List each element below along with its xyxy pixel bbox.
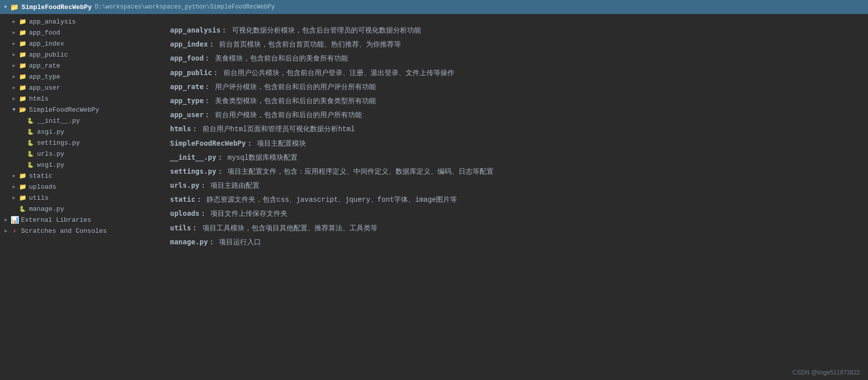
tree-item-init[interactable]: 🐍 __init__.py <box>0 115 155 126</box>
desc-value: 项目运行入口 <box>215 238 261 246</box>
desc-value: 项目主路由配置 <box>206 182 260 190</box>
label-wsgi: wsgi.py <box>37 161 64 169</box>
desc-key: htmls： <box>170 125 198 133</box>
desc-value: 项目主配置模块 <box>253 140 306 148</box>
label-app-public: app_public <box>29 51 68 59</box>
arrow-app-type: ▶ <box>10 74 18 80</box>
desc-value: 项目工具模块，包含项目其他配置、推荐算法、工具类等 <box>198 224 377 232</box>
arrow-app-user: ▶ <box>10 85 18 91</box>
py-icon-asgi: 🐍 <box>26 128 35 136</box>
folder-icon-app-index: 📁 <box>18 40 27 48</box>
tree-item-urls[interactable]: 🐍 urls.py <box>0 148 155 159</box>
tree-item-app-type[interactable]: ▶ 📁 app_type <box>0 71 155 82</box>
desc-key: uploads： <box>170 209 206 217</box>
desc-value: 用户评分模块，包含前台和后台的用户评分所有功能 <box>210 83 376 91</box>
folder-icon-static: 📁 <box>18 172 27 180</box>
tree-item-scratches[interactable]: ▶ ⚡ Scratches and Consoles <box>0 225 155 236</box>
label-app-index: app_index <box>29 40 64 48</box>
tree-item-app-public[interactable]: ▶ 📁 app_public <box>0 49 155 60</box>
folder-icon-app-public: 📁 <box>18 51 27 59</box>
tree-item-uploads[interactable]: ▶ 📁 uploads <box>0 181 155 192</box>
watermark: CSDN @linge511873822 <box>792 369 860 376</box>
description-line: uploads： 项目文件上传保存文件夹 <box>170 207 853 220</box>
label-init: __init__.py <box>37 117 80 125</box>
tree-item-simplefood[interactable]: ▼ 📂 SimpleFoodRecWebPy <box>0 104 155 115</box>
project-path: D:\workspaces\workspaces_python\SimpleFo… <box>94 4 274 11</box>
desc-key: app_rate： <box>170 83 210 91</box>
project-tree: ▶ 📁 app_analysis ▶ 📁 app_food ▶ 📁 app_in… <box>0 14 155 380</box>
tree-item-external-libs[interactable]: ▶ 📊 External Libraries <box>0 214 155 225</box>
tree-item-manage[interactable]: 🐍 manage.py <box>0 203 155 214</box>
project-name: SimpleFoodRecWebPy <box>22 4 92 11</box>
label-scratches: Scratches and Consoles <box>21 227 107 235</box>
folder-icon-simplefood: 📂 <box>18 106 27 114</box>
desc-key: static： <box>170 195 202 203</box>
py-icon-wsgi: 🐍 <box>26 161 35 169</box>
desc-key: app_index： <box>170 40 215 48</box>
tree-item-app-rate[interactable]: ▶ 📁 app_rate <box>0 60 155 71</box>
description-line: SimpleFoodRecWebPy： 项目主配置模块 <box>170 137 853 150</box>
label-app-rate: app_rate <box>29 62 60 70</box>
label-external-libs: External Libraries <box>21 216 91 224</box>
tree-item-settings[interactable]: 🐍 settings.py <box>0 137 155 148</box>
tree-item-static[interactable]: ▶ 📁 static <box>0 170 155 181</box>
tree-item-utils[interactable]: ▶ 📁 utils <box>0 192 155 203</box>
arrow-utils: ▶ <box>10 195 18 201</box>
desc-value: 项目文件上传保存文件夹 <box>206 210 288 218</box>
tree-item-app-user[interactable]: ▶ 📁 app_user <box>0 82 155 93</box>
description-line: app_analysis： 可视化数据分析模块，包含后台管理员的可视化数据分析功… <box>170 24 853 37</box>
py-icon-init: 🐍 <box>26 117 35 125</box>
folder-icon-app-rate: 📁 <box>18 62 27 70</box>
arrow-htmls: ▶ <box>10 96 18 102</box>
tree-item-asgi[interactable]: 🐍 asgi.py <box>0 126 155 137</box>
icon-external-libs: 📊 <box>10 216 19 224</box>
content-panel: app_analysis： 可视化数据分析模块，包含后台管理员的可视化数据分析功… <box>155 14 868 380</box>
folder-icon-app-user: 📁 <box>18 84 27 92</box>
desc-key: SimpleFoodRecWebPy： <box>170 139 253 147</box>
description-line: manage.py： 项目运行入口 <box>170 236 853 249</box>
collapse-arrow[interactable]: ▼ <box>4 5 7 10</box>
arrow-uploads: ▶ <box>10 184 18 190</box>
label-urls: urls.py <box>37 150 64 158</box>
desc-key: app_public： <box>170 69 219 77</box>
desc-value: 项目主配置文件，包含：应用程序定义、中间件定义、数据库定义、编码、日志等配置 <box>224 168 494 176</box>
tree-item-app-analysis[interactable]: ▶ 📁 app_analysis <box>0 16 155 27</box>
label-htmls: htmls <box>29 95 48 103</box>
arrow-app-analysis: ▶ <box>10 19 18 25</box>
tree-item-app-index[interactable]: ▶ 📁 app_index <box>0 38 155 49</box>
arrow-app-rate: ▶ <box>10 63 18 69</box>
desc-value: 前台用户模块，包含前台和后台的用户所有功能 <box>210 111 362 119</box>
description-line: htmls： 前台用户html页面和管理员可视化数据分析html <box>170 123 853 136</box>
desc-key: app_user： <box>170 111 210 119</box>
label-asgi: asgi.py <box>37 128 64 136</box>
arrow-simplefood: ▼ <box>10 107 18 113</box>
arrow-external-libs: ▶ <box>2 217 10 223</box>
arrow-app-food: ▶ <box>10 30 18 36</box>
arrow-app-index: ▶ <box>10 41 18 47</box>
tree-item-wsgi[interactable]: 🐍 wsgi.py <box>0 159 155 170</box>
label-static: static <box>29 172 52 180</box>
label-app-type: app_type <box>29 73 60 81</box>
desc-key: app_analysis： <box>170 26 228 34</box>
folder-icon-utils: 📁 <box>18 194 27 202</box>
title-bar: ▼ 📁 SimpleFoodRecWebPy D:\workspaces\wor… <box>0 0 868 14</box>
tree-item-app-food[interactable]: ▶ 📁 app_food <box>0 27 155 38</box>
py-icon-manage: 🐍 <box>18 205 27 213</box>
desc-value: 前台用户html页面和管理员可视化数据分析html <box>198 125 355 133</box>
folder-icon-app-type: 📁 <box>18 73 27 81</box>
folder-icon-uploads: 📁 <box>18 183 27 191</box>
main-content: ▶ 📁 app_analysis ▶ 📁 app_food ▶ 📁 app_in… <box>0 14 868 380</box>
py-icon-urls: 🐍 <box>26 150 35 158</box>
desc-key: __init__.py： <box>170 153 224 161</box>
py-icon-settings: 🐍 <box>26 139 35 147</box>
description-line: utils： 项目工具模块，包含项目其他配置、推荐算法、工具类等 <box>170 222 853 235</box>
label-simplefood: SimpleFoodRecWebPy <box>29 106 99 114</box>
label-manage: manage.py <box>29 205 64 213</box>
arrow-static: ▶ <box>10 173 18 179</box>
label-app-food: app_food <box>29 29 60 37</box>
description-line: app_index： 前台首页模块，包含前台首页功能、热们推荐、为你推荐等 <box>170 38 853 51</box>
description-line: app_type： 美食类型模块，包含前台和后台的美食类型所有功能 <box>170 95 853 108</box>
label-app-user: app_user <box>29 84 60 92</box>
tree-item-htmls[interactable]: ▶ 📁 htmls <box>0 93 155 104</box>
desc-value: 静态资源文件夹，包含css、javascript、jquery、font字体、i… <box>202 196 458 204</box>
